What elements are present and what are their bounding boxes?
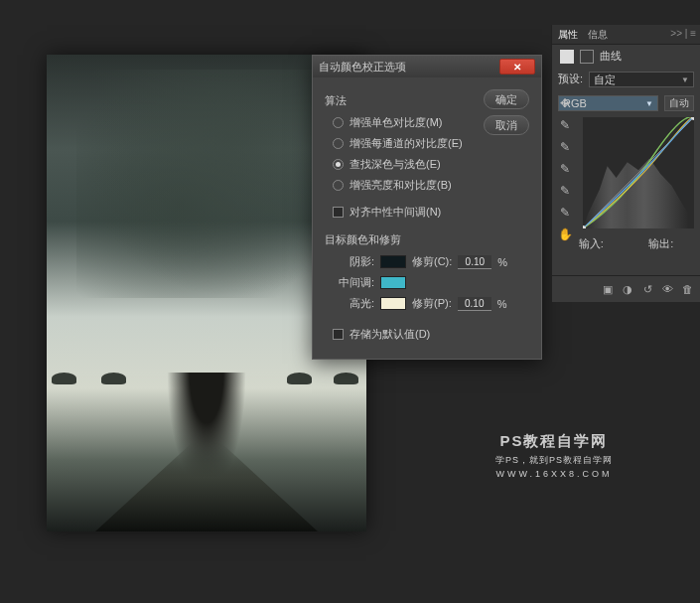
pct-label: % xyxy=(497,256,507,268)
rock xyxy=(101,373,126,384)
shadows-swatch[interactable] xyxy=(380,255,406,268)
auto-button[interactable]: 自动 xyxy=(664,95,694,111)
panel-tabs: 属性 信息 >> | ≡ xyxy=(552,25,700,45)
input-label: 输入: xyxy=(579,236,604,251)
trash-icon[interactable]: 🗑 xyxy=(680,282,694,296)
midtones-row: 中间调: xyxy=(325,272,529,293)
curves-adjustment-icon xyxy=(560,50,574,64)
dialog-titlebar[interactable]: 自动颜色校正选项 ✕ xyxy=(313,56,541,77)
curves-tools: ✥ ✎ ✎ ✎ ✎ ✎ ✋ xyxy=(558,96,574,241)
snap-neutral-row[interactable]: 对齐中性中间调(N) xyxy=(325,202,529,223)
checkbox-icon xyxy=(333,329,344,340)
highlights-label: 高光: xyxy=(333,296,374,311)
chevron-down-icon: ▼ xyxy=(645,99,653,108)
midtones-label: 中间调: xyxy=(333,275,374,290)
radio-label: 增强单色对比度(M) xyxy=(350,115,443,130)
algo-option-darklight[interactable]: 查找深色与浅色(E) xyxy=(325,154,529,175)
curve-lines xyxy=(583,117,694,228)
ok-button[interactable]: 确定 xyxy=(484,89,529,109)
reset-icon[interactable]: ↺ xyxy=(640,282,654,296)
preset-label: 预设: xyxy=(558,72,583,87)
radio-label: 查找深色与浅色(E) xyxy=(350,157,441,172)
clip-p-label: 修剪(P): xyxy=(412,296,452,311)
cancel-button[interactable]: 取消 xyxy=(484,115,529,135)
radio-icon xyxy=(333,117,344,128)
preset-select[interactable]: 自定▼ xyxy=(589,72,694,87)
dialog-title: 自动颜色校正选项 xyxy=(319,60,499,75)
clip-p-input[interactable] xyxy=(458,297,491,311)
watermark-line1: PS教程自学网 xyxy=(495,432,613,451)
sample-gray-icon[interactable]: ✎ xyxy=(558,140,572,154)
output-label: 输出: xyxy=(648,236,673,251)
adjustment-type-label: 曲线 xyxy=(600,49,622,64)
mask-icon xyxy=(580,50,594,64)
panel-collapse-icon[interactable]: >> | ≡ xyxy=(670,28,696,39)
edit-points-icon[interactable]: ✎ xyxy=(558,184,572,198)
target-heading: 目标颜色和修剪 xyxy=(325,232,529,247)
dialog-button-column: 确定 取消 xyxy=(484,89,529,141)
properties-panel: 属性 信息 >> | ≡ 曲线 预设: 自定▼ RGB▼ 自动 ✥ ✎ ✎ ✎ … xyxy=(551,25,700,302)
clip-icon[interactable]: ▣ xyxy=(601,282,615,296)
sample-white-icon[interactable]: ✎ xyxy=(558,118,572,132)
checkbox-label: 存储为默认值(D) xyxy=(350,327,430,342)
curves-graph[interactable] xyxy=(583,117,694,228)
rock xyxy=(52,373,76,384)
adjustment-type-row: 曲线 xyxy=(552,45,700,68)
auto-color-correction-dialog: 自动颜色校正选项 ✕ 确定 取消 算法 增强单色对比度(M) 增强每通道的对比度… xyxy=(312,55,542,360)
draw-curve-icon[interactable]: ✎ xyxy=(558,206,572,220)
channel-row: RGB▼ 自动 xyxy=(552,91,700,115)
rock xyxy=(287,373,312,384)
panel-footer: ▣ ◑ ↺ 👁 🗑 xyxy=(552,275,700,302)
radio-label: 增强每通道的对比度(E) xyxy=(350,136,463,151)
input-output-row: 输入: 输出: xyxy=(552,230,700,257)
rock xyxy=(334,373,358,384)
tab-info[interactable]: 信息 xyxy=(588,28,608,42)
prev-state-icon[interactable]: ◑ xyxy=(621,282,634,296)
radio-icon xyxy=(333,180,344,191)
chevron-down-icon: ▼ xyxy=(681,75,689,84)
artwork-boat xyxy=(68,442,346,531)
watermark-line2: 学PS，就到PS教程自学网 xyxy=(495,454,613,467)
algo-option-brightness[interactable]: 增强亮度和对比度(B) xyxy=(325,175,529,196)
hand-tool-icon[interactable]: ✋ xyxy=(558,227,572,241)
clip-c-label: 修剪(C): xyxy=(412,254,452,269)
radio-icon xyxy=(333,159,344,170)
highlights-swatch[interactable] xyxy=(380,297,406,310)
preset-row: 预设: 自定▼ xyxy=(552,68,700,91)
close-button[interactable]: ✕ xyxy=(499,59,535,75)
highlights-row: 高光: 修剪(P): % xyxy=(325,293,529,314)
on-image-tool-icon[interactable]: ✥ xyxy=(558,96,572,110)
watermark: PS教程自学网 学PS，就到PS教程自学网 WWW.16XX8.COM xyxy=(495,432,613,479)
checkbox-label: 对齐中性中间调(N) xyxy=(350,205,441,220)
artwork-dragon xyxy=(76,70,335,298)
radio-icon xyxy=(333,138,344,149)
shadows-label: 阴影: xyxy=(333,254,374,269)
tab-properties[interactable]: 属性 xyxy=(558,28,578,42)
sample-black-icon[interactable]: ✎ xyxy=(558,162,572,176)
visibility-icon[interactable]: 👁 xyxy=(660,282,674,296)
clip-c-input[interactable] xyxy=(458,255,491,269)
shadows-row: 阴影: 修剪(C): % xyxy=(325,251,529,272)
save-default-row[interactable]: 存储为默认值(D) xyxy=(325,324,529,345)
watermark-line3: WWW.16XX8.COM xyxy=(495,469,613,479)
midtones-swatch[interactable] xyxy=(380,276,406,289)
radio-label: 增强亮度和对比度(B) xyxy=(350,178,452,193)
checkbox-icon xyxy=(333,207,344,218)
pct-label: % xyxy=(497,298,507,310)
